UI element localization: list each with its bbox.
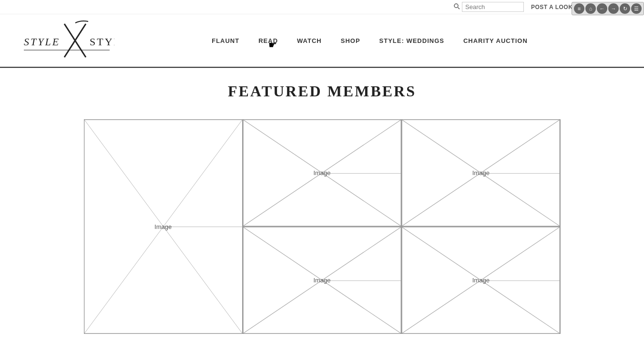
nav-charity-auction[interactable]: CHARITY AUCTION [454,37,537,44]
nav-watch[interactable]: WATCH [287,37,331,44]
main-nav: FLAUNT READ WATCH SHOP STYLE: WEDDINGS C… [114,37,625,44]
post-a-look-link[interactable]: POST A LOOK [531,4,572,10]
featured-image-top-right[interactable]: Image [401,119,560,227]
search-icon [454,3,460,11]
header: STYLE STYLE FLAUNT READ WATCH SHOP STYLE… [0,14,644,68]
main-content: FEATURED MEMBERS Image Image [0,68,644,342]
featured-image-bottom-right[interactable]: Image [401,227,560,334]
nav-style-weddings[interactable]: STYLE: WEDDINGS [370,37,454,44]
svg-text:STYLE: STYLE [90,36,114,48]
browser-btn-menu[interactable]: ≡ [574,3,584,14]
svg-line-1 [458,7,460,9]
browser-btn-more[interactable]: ☰ [631,3,642,14]
image-label-bottom-right: Image [472,277,490,284]
browser-btn-refresh[interactable]: ↻ [620,3,630,14]
page-title: FEATURED MEMBERS [19,83,625,100]
browser-toolbar: ≡ ⌂ ← → ↻ ☰ [572,2,644,15]
search-area [454,2,524,12]
members-grid: Image Image Image [84,119,561,334]
featured-image-bottom-mid[interactable]: Image [243,227,401,334]
image-label-top-mid: Image [313,169,330,176]
search-input[interactable] [462,2,524,12]
image-label-top-right: Image [472,169,490,176]
svg-point-0 [454,4,458,8]
featured-image-large[interactable]: Image [84,119,243,334]
svg-text:STYLE: STYLE [24,36,60,48]
browser-btn-back[interactable]: ← [597,3,607,14]
nav-flaunt[interactable]: FLAUNT [202,37,249,44]
nav-shop[interactable]: SHOP [331,37,370,44]
featured-image-top-mid[interactable]: Image [243,119,401,227]
browser-btn-forward[interactable]: → [608,3,619,14]
logo-svg: STYLE STYLE [19,19,114,62]
top-bar: POST A LOOK LOGIN/REGISTER ≡ ⌂ ← → ↻ ☰ [0,0,644,14]
image-label-bottom-mid: Image [313,277,330,284]
logo-area[interactable]: STYLE STYLE [19,19,114,62]
nav-read[interactable]: READ [249,37,287,44]
image-label-large: Image [154,223,172,230]
browser-btn-home[interactable]: ⌂ [585,3,596,14]
